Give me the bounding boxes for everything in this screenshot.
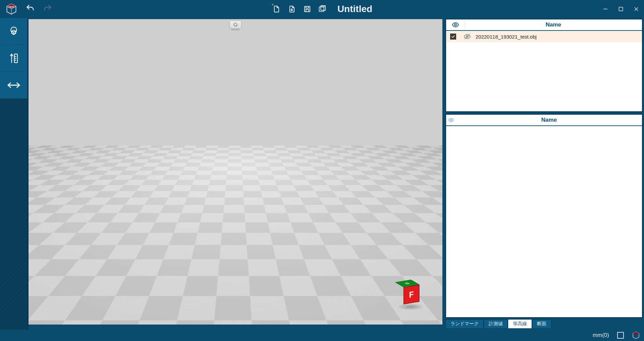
tool-view-button[interactable] (0, 18, 28, 45)
cube-face-front[interactable]: F (404, 285, 420, 304)
detail-list-panel: Name (445, 114, 643, 318)
viewport-rotate-handle[interactable] (229, 20, 241, 29)
detail-list-header: Name (446, 115, 642, 126)
tab-measure[interactable]: 計測値 (484, 319, 508, 328)
object-row[interactable]: 20220118_193021_test.obj (446, 31, 642, 42)
ground-plane (28, 146, 443, 325)
svg-rect-6 (321, 6, 325, 10)
status-logo-icon (632, 331, 640, 339)
titlebar: HMS Untitled (0, 0, 644, 18)
svg-text:HMS: HMS (8, 5, 15, 8)
open-file-button[interactable] (287, 4, 297, 14)
new-file-button[interactable] (272, 4, 281, 14)
app-logo-icon: HMS (5, 3, 17, 15)
right-panel: Name 20220118_193021_test.obj Name (445, 18, 644, 330)
viewport-container: S R F (28, 18, 445, 330)
name-column-header[interactable]: Name (465, 21, 642, 28)
window-close-button[interactable] (629, 2, 644, 16)
main-area: S R F Name 20220118_ (0, 18, 644, 330)
document-title: Untitled (337, 4, 372, 14)
svg-rect-8 (619, 7, 623, 11)
window-minimize-button[interactable] (598, 2, 613, 16)
save-all-button[interactable] (318, 4, 327, 14)
svg-point-22 (450, 119, 452, 121)
save-button[interactable] (303, 4, 312, 14)
object-row-checkbox[interactable] (446, 34, 460, 40)
left-toolbar (0, 18, 28, 330)
orientation-cube[interactable]: S R F (393, 281, 423, 311)
tab-contour[interactable]: 等高線 (508, 319, 532, 328)
tab-section[interactable]: 断面 (532, 319, 551, 328)
object-list-header: Name (446, 19, 642, 31)
detail-tabs: ランドマーク 計測値 等高線 断面 (445, 319, 644, 330)
window-maximize-button[interactable] (613, 2, 629, 16)
object-row-visibility-toggle[interactable] (460, 33, 474, 40)
svg-rect-5 (319, 7, 324, 12)
undo-button[interactable] (25, 4, 35, 14)
tab-landmark[interactable]: ランドマーク (445, 319, 484, 328)
object-list-panel: Name 20220118_193021_test.obj (445, 19, 643, 112)
stop-icon[interactable] (617, 332, 624, 339)
redo-button[interactable] (43, 4, 52, 14)
object-row-name: 20220118_193021_test.obj (474, 34, 642, 40)
statusbar: mm(0) (0, 330, 644, 341)
units-label: mm(0) (593, 332, 609, 339)
viewport-3d[interactable]: S R F (28, 19, 443, 325)
visibility-column-header[interactable] (446, 21, 465, 29)
tool-measure-button[interactable] (0, 45, 28, 72)
svg-marker-24 (633, 332, 639, 335)
svg-point-19 (454, 24, 457, 26)
svg-rect-4 (306, 9, 309, 12)
detail-name-column-header[interactable]: Name (456, 117, 642, 123)
detail-visibility-column-header[interactable] (446, 117, 456, 123)
tool-resize-button[interactable] (0, 72, 28, 99)
